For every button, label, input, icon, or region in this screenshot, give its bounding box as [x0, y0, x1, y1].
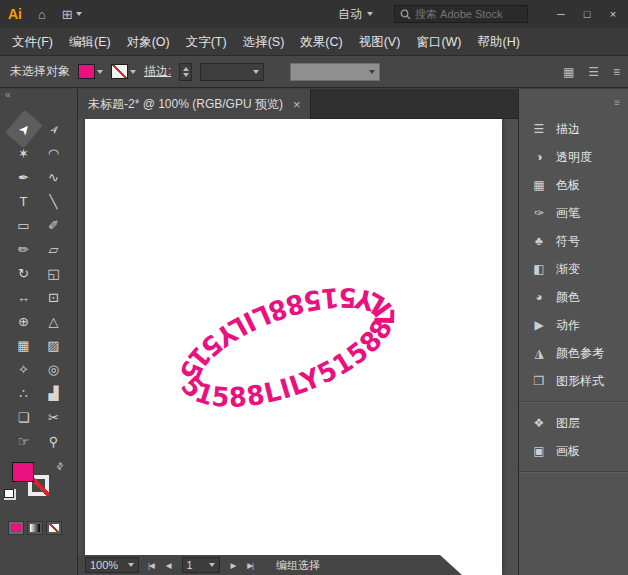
- menu-effect[interactable]: 效果(C): [292, 28, 350, 56]
- mesh-tool[interactable]: ▦: [9, 333, 39, 357]
- menu-help[interactable]: 帮助(H): [470, 28, 528, 56]
- slice-tool[interactable]: ✂: [39, 405, 69, 429]
- panel-menu-icon[interactable]: ≡: [613, 65, 620, 79]
- symbol-sprayer-tool[interactable]: ∴: [9, 381, 39, 405]
- swap-fill-stroke-icon[interactable]: ⇄: [54, 460, 66, 472]
- panel-tab-color-guide[interactable]: ◮ 颜色参考: [519, 339, 628, 367]
- fill-color-dropdown[interactable]: [78, 64, 103, 79]
- panel-tab-graphic-styles[interactable]: ❐ 图形样式: [519, 367, 628, 395]
- maximize-button[interactable]: □: [574, 0, 600, 28]
- artboard-tool[interactable]: ❏: [9, 405, 39, 429]
- panel-label: 画笔: [556, 205, 580, 222]
- free-transform-tool[interactable]: ⊡: [39, 285, 69, 309]
- color-icon: ◕: [531, 290, 547, 304]
- menu-edit[interactable]: 编辑(E): [61, 28, 119, 56]
- right-panel-dock: ≡ ☰ 描边 ◑ 透明度 ▦ 色板 ✑ 画笔 ♣ 符号 ◧ 渐变 ◕ 颜色: [518, 89, 628, 575]
- arrange-documents-icon[interactable]: ⊞: [62, 7, 82, 22]
- none-mode-button[interactable]: [46, 521, 62, 535]
- stroke-color-dropdown[interactable]: [111, 64, 136, 79]
- path-text: 51588LILY51588LILY51588LILY515: [156, 256, 418, 440]
- panel-tab-brushes[interactable]: ✑ 画笔: [519, 199, 628, 227]
- hand-tool[interactable]: ☞: [9, 429, 39, 453]
- next-artboard-icon[interactable]: ▶: [228, 561, 239, 570]
- workspace-auto-dropdown[interactable]: 自动: [338, 0, 373, 28]
- selection-status: 未选择对象: [10, 63, 70, 80]
- menu-select[interactable]: 选择(S): [235, 28, 293, 56]
- panel-tab-layers[interactable]: ❖ 图层: [519, 409, 628, 437]
- default-fill-stroke-icon[interactable]: [4, 489, 16, 500]
- collapse-tools-icon[interactable]: «: [0, 89, 77, 103]
- shaper-tool[interactable]: ✏: [9, 237, 39, 261]
- search-input[interactable]: [415, 8, 515, 20]
- pen-tool[interactable]: ✒: [9, 165, 39, 189]
- panel-tab-transparency[interactable]: ◑ 透明度: [519, 143, 628, 171]
- first-artboard-icon[interactable]: |◀: [145, 561, 157, 570]
- rectangle-tool[interactable]: ▭: [9, 213, 39, 237]
- align-grid-icon[interactable]: ▦: [563, 65, 574, 79]
- chevron-down-icon: [367, 12, 373, 16]
- close-tab-icon[interactable]: ×: [293, 97, 301, 112]
- menu-object[interactable]: 对象(O): [119, 28, 178, 56]
- stroke-weight-label[interactable]: 描边:: [144, 63, 171, 80]
- stroke-weight-dropdown[interactable]: [200, 63, 264, 81]
- actions-icon: ▶: [531, 318, 547, 332]
- panel-tab-swatches[interactable]: ▦ 色板: [519, 171, 628, 199]
- zoom-level: 100%: [90, 559, 118, 571]
- tools-panel: « ➤ ➢ ✶ ◠ ✒ ∿ T ╲ ▭ ✐ ✏ ▱ ↻ ◱ ↔ ⊡ ⊕ △ ▦ …: [0, 89, 78, 575]
- width-profile-dropdown[interactable]: [290, 63, 380, 81]
- gradient-mode-button[interactable]: [27, 521, 43, 535]
- workspace-switcher-icon[interactable]: ☰: [588, 65, 599, 79]
- panel-label: 描边: [556, 121, 580, 138]
- stock-search[interactable]: [394, 5, 528, 23]
- line-tool[interactable]: ╲: [39, 189, 69, 213]
- paintbrush-tool[interactable]: ✐: [39, 213, 69, 237]
- rotate-tool[interactable]: ↻: [9, 261, 39, 285]
- type-tool[interactable]: T: [9, 189, 39, 213]
- previous-artboard-icon[interactable]: ◀: [163, 561, 174, 570]
- menu-view[interactable]: 视图(V): [351, 28, 409, 56]
- color-mode-button[interactable]: [8, 521, 24, 535]
- stroke-weight-stepper[interactable]: [179, 63, 192, 81]
- artboard-number: 1: [187, 559, 193, 571]
- shape-builder-tool[interactable]: ⊕: [9, 309, 39, 333]
- panel-tab-artboards[interactable]: ▣ 画板: [519, 437, 628, 465]
- search-icon: [400, 9, 411, 20]
- home-icon[interactable]: ⌂: [38, 7, 46, 22]
- zoom-tool[interactable]: ⚲: [39, 429, 69, 453]
- panel-grip-icon[interactable]: ≡: [519, 89, 628, 115]
- panel-label: 动作: [556, 317, 580, 334]
- scale-tool[interactable]: ◱: [39, 261, 69, 285]
- stroke-none-swatch: [111, 64, 128, 79]
- blend-tool[interactable]: ◎: [39, 357, 69, 381]
- eyedropper-tool[interactable]: ✧: [9, 357, 39, 381]
- artboard-number-dropdown[interactable]: 1: [182, 557, 220, 573]
- eraser-tool[interactable]: ▱: [39, 237, 69, 261]
- panel-tab-color[interactable]: ◕ 颜色: [519, 283, 628, 311]
- menu-window[interactable]: 窗口(W): [408, 28, 469, 56]
- close-button[interactable]: ×: [600, 0, 626, 28]
- fill-swatch[interactable]: [12, 462, 34, 482]
- gradient-tool[interactable]: ▨: [39, 333, 69, 357]
- panel-tab-actions[interactable]: ▶ 动作: [519, 311, 628, 339]
- arrange-documents-glyph: ⊞: [62, 7, 73, 22]
- graphic-styles-icon: ❐: [531, 374, 547, 388]
- width-tool[interactable]: ↔: [9, 285, 39, 309]
- viewport: 51588LILY51588LILY51588LILY515 100% |◀ ◀…: [78, 119, 518, 575]
- illustrator-window: Ai ⌂ ⊞ 自动 ─ □ × 文件(F) 编辑(E) 对象(O) 文字(T) …: [0, 0, 628, 575]
- panel-tab-symbols[interactable]: ♣ 符号: [519, 227, 628, 255]
- gradient-mode-swatch: [30, 524, 40, 532]
- panel-tab-stroke[interactable]: ☰ 描边: [519, 115, 628, 143]
- panel-tab-gradient[interactable]: ◧ 渐变: [519, 255, 628, 283]
- panel-label: 图层: [556, 415, 580, 432]
- last-artboard-icon[interactable]: ▶|: [244, 561, 256, 570]
- column-graph-tool[interactable]: ▟: [39, 381, 69, 405]
- menu-file[interactable]: 文件(F): [4, 28, 61, 56]
- zoom-dropdown[interactable]: 100%: [85, 557, 139, 573]
- menu-type[interactable]: 文字(T): [178, 28, 235, 56]
- chevron-down-icon: [253, 70, 259, 74]
- artboard[interactable]: 51588LILY51588LILY51588LILY515: [85, 119, 502, 575]
- curvature-tool[interactable]: ∿: [39, 165, 69, 189]
- minimize-button[interactable]: ─: [548, 0, 574, 28]
- document-tab[interactable]: 未标题-2* @ 100% (RGB/GPU 预览) ×: [78, 89, 311, 119]
- perspective-grid-tool[interactable]: △: [39, 309, 69, 333]
